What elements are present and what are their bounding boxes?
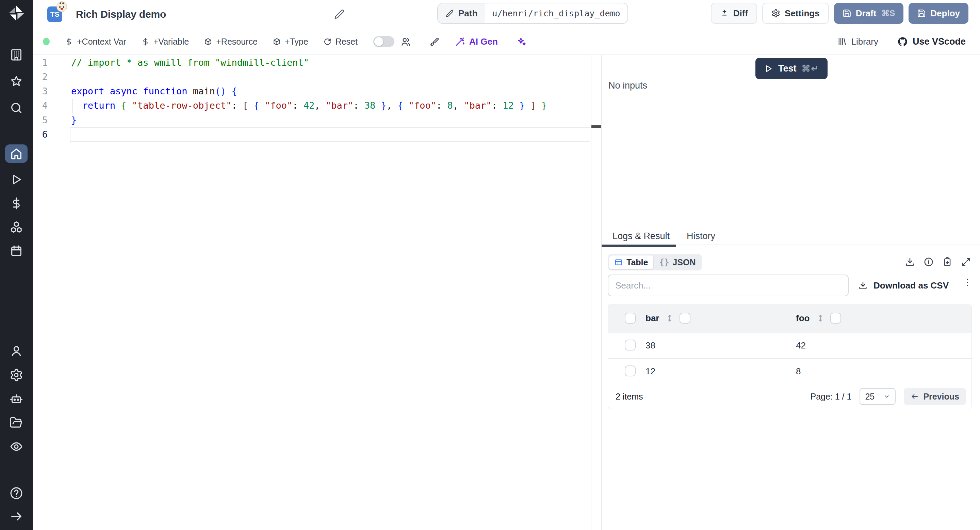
download-icon[interactable]: [905, 257, 915, 267]
package-icon: [204, 37, 212, 46]
sidebar-item-calendar[interactable]: [9, 244, 24, 258]
panel-divider: [601, 225, 980, 225]
view-json-button[interactable]: {} JSON: [654, 255, 701, 269]
robot-icon: [10, 392, 23, 405]
deploy-button[interactable]: Deploy: [908, 3, 969, 24]
sidebar-footer-group: [0, 486, 33, 524]
windmill-logo[interactable]: [7, 4, 25, 22]
code-line-2: 2: [33, 69, 601, 84]
overview-cursor-mark: [592, 125, 601, 128]
sidebar-item-user[interactable]: [9, 344, 24, 358]
sidebar-item-play[interactable]: [9, 172, 24, 187]
sort-icon[interactable]: [816, 314, 825, 322]
sidebar-item-star[interactable]: [9, 74, 24, 89]
sidebar-item-search[interactable]: [9, 101, 24, 115]
sidebar-item-eye[interactable]: [9, 439, 24, 454]
view-table-button[interactable]: Table: [609, 255, 653, 269]
wand-icon: [455, 37, 465, 47]
test-button[interactable]: Test ⌘↵: [756, 58, 827, 79]
package-icon: [272, 37, 281, 46]
select-all-checkbox[interactable]: [625, 313, 636, 324]
use-vscode-button[interactable]: Use VScode: [897, 37, 966, 47]
copy-icon[interactable]: [942, 257, 953, 267]
sidebar-divider: [3, 137, 30, 137]
row-checkbox[interactable]: [625, 366, 636, 377]
column-checkbox-bar[interactable]: [679, 313, 690, 324]
star-icon: [10, 75, 23, 88]
result-table: barfoo 3842128 2 items Page: 1 / 1 25 Pr…: [608, 304, 972, 409]
settings-button[interactable]: Settings: [762, 3, 829, 24]
column-checkbox-foo[interactable]: [830, 313, 841, 324]
previous-page-button[interactable]: Previous: [904, 388, 966, 405]
tab-history[interactable]: History: [687, 231, 715, 241]
download-csv-button[interactable]: Download as CSV: [858, 276, 949, 294]
line-number: 3: [33, 86, 48, 96]
paintbrush-icon: [429, 37, 439, 47]
cell-foo: 8: [796, 366, 801, 377]
expand-icon[interactable]: [961, 257, 971, 267]
table-footer: 2 items Page: 1 / 1 25 Previous: [608, 384, 972, 409]
save-icon: [917, 9, 926, 18]
page-size-select[interactable]: 25: [859, 388, 896, 405]
items-count: 2 items: [616, 392, 643, 402]
search-input[interactable]: [608, 275, 849, 296]
ai-sparkles-button[interactable]: [516, 37, 527, 47]
collab-toggle[interactable]: [373, 36, 395, 47]
column-header-foo[interactable]: foo: [796, 313, 810, 324]
plus-minus-icon: [720, 9, 729, 18]
code-editor[interactable]: 1// import * as wmill from "windmill-cli…: [33, 55, 601, 530]
current-line-highlight: [70, 128, 590, 142]
line-number: 1: [33, 57, 48, 68]
toolbar-variable-button[interactable]: +Variable: [141, 37, 189, 47]
download-icon: [858, 281, 868, 290]
table-icon: [614, 258, 623, 267]
sidebar-item-home[interactable]: [5, 144, 27, 163]
code-line-4: 4 return { "table-row-object": [ { "foo"…: [33, 99, 601, 113]
sidebar-item-folder-open[interactable]: [9, 415, 24, 430]
toolbar-items: +Context Var+Variable+Resource+TypeReset: [50, 37, 358, 47]
toolbarreset-button[interactable]: Reset: [323, 37, 358, 47]
sidebar-item-gear[interactable]: [9, 368, 24, 382]
toolbar-resource-button[interactable]: +Resource: [204, 37, 258, 47]
info-icon[interactable]: [924, 257, 934, 267]
code-line-5: 5}: [33, 113, 601, 127]
gear-icon: [10, 368, 23, 382]
save-icon: [843, 9, 851, 18]
help-icon: [10, 486, 23, 500]
view-toggle: Table {} JSON: [608, 254, 702, 270]
users-button[interactable]: [401, 37, 411, 47]
sidebar-item-dollar-sign[interactable]: [9, 196, 24, 211]
column-header-bar[interactable]: bar: [646, 313, 659, 324]
table-header: barfoo: [608, 304, 972, 333]
format-button[interactable]: [429, 37, 439, 47]
cell-divider: [638, 333, 638, 358]
gear-icon: [772, 9, 780, 18]
ai-gen-button[interactable]: AI Gen: [455, 37, 498, 47]
sidebar-item-arrow-right[interactable]: [9, 509, 24, 524]
row-checkbox[interactable]: [625, 340, 636, 351]
cell-divider: [638, 359, 638, 384]
draft-button[interactable]: Draft ⌘S: [834, 3, 904, 24]
arrow-left-icon: [911, 393, 919, 401]
sidebar-item-robot[interactable]: [9, 392, 24, 406]
status-dot: [43, 38, 50, 45]
tab-logs-result[interactable]: Logs & Result: [612, 231, 670, 241]
sidebar-item-building[interactable]: [9, 48, 24, 62]
line-number: 2: [33, 72, 48, 82]
top-header: TS Rich Display demo Path u/henri/rich_d…: [33, 0, 980, 29]
edit-title-button[interactable]: [334, 8, 347, 21]
library-button[interactable]: Library: [837, 37, 878, 47]
toolbar-context-var-button[interactable]: +Context Var: [65, 37, 126, 47]
table-menu-button[interactable]: [962, 277, 972, 287]
dollar-sign-icon: [141, 37, 150, 46]
sidebar-item-cubes[interactable]: [9, 220, 24, 234]
code-line-1: 1// import * as wmill from "windmill-cli…: [33, 55, 601, 69]
sort-icon[interactable]: [665, 314, 674, 322]
toolbar-type-button[interactable]: +Type: [272, 37, 308, 47]
run-result-panel: Test ⌘↵ No inputs Logs & Result History …: [601, 55, 980, 530]
path-field[interactable]: Path u/henri/rich_display_demo: [437, 3, 628, 24]
sidebar-item-help[interactable]: [9, 486, 24, 500]
dollar-sign-icon: [10, 196, 23, 210]
calendar-icon: [10, 244, 23, 258]
diff-button[interactable]: Diff: [711, 3, 757, 24]
